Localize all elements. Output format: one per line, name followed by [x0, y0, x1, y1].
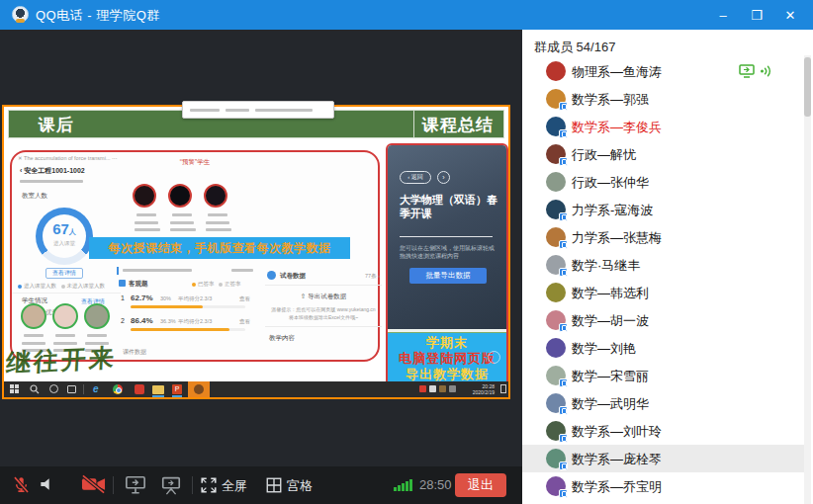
room-count-label: 教室人数: [22, 192, 47, 201]
gauge-value: 67: [52, 220, 69, 237]
member-row[interactable]: 力学系-寇海波: [522, 196, 805, 223]
member-row[interactable]: 数学系—乔宝明: [522, 472, 805, 500]
paper-count: 77条 ›: [365, 273, 380, 280]
objective-pct2: 30%: [160, 295, 171, 301]
mobile-badge-icon: [559, 240, 568, 249]
student-avatar: [52, 303, 78, 329]
member-name: 数学系—庞栓琴: [572, 451, 662, 468]
objective-legend: 已答率 正答率: [192, 281, 241, 288]
blurred-text: [255, 109, 313, 112]
grid-view-icon[interactable]: [265, 476, 283, 494]
speaker-icon[interactable]: [38, 474, 57, 494]
mobile-badge-icon: [559, 212, 568, 221]
avatar: [546, 476, 566, 496]
objective-rank: 2: [121, 317, 125, 324]
fullscreen-icon[interactable]: [200, 476, 218, 494]
avatar: [546, 89, 566, 109]
member-name: 行政—解忧: [572, 146, 636, 164]
member-status-icons: [739, 64, 771, 78]
member-row[interactable]: 数学系—李俊兵: [522, 113, 805, 140]
member-row[interactable]: 数学系—刘叶玲: [522, 417, 805, 445]
student-avatar: [21, 303, 46, 329]
fullscreen-label[interactable]: 全屏: [222, 477, 247, 495]
avatar: [546, 172, 566, 192]
paper-data-card: 试卷数据 77条 › ⇧ 导出试卷数据 温馨提示：您也可以在网页版 www.yu…: [265, 267, 382, 356]
call-timer: 28:50: [419, 477, 452, 492]
mobile-badge-icon: [559, 102, 568, 111]
signal-strength-icon: [394, 479, 412, 491]
gauge-legend: 进入课堂人数 未进入课堂人数: [18, 283, 105, 290]
course-panel-photo: ‹ 返回 › 大学物理（双语）春季开课 您可以在左侧区域，使用鼠标滚轮或拖拽快速…: [388, 145, 506, 329]
student-avatar: [133, 184, 156, 208]
blurred-text: [20, 180, 83, 183]
avatar: [546, 61, 566, 81]
blurred-text: [55, 334, 75, 337]
member-row[interactable]: 数学—胡一波: [522, 306, 805, 334]
scrollbar-thumb[interactable]: [804, 57, 811, 117]
member-row[interactable]: 数学系—郭强: [522, 85, 805, 113]
close-button[interactable]: ✕: [773, 0, 807, 30]
member-panel-header: 群成员 54/167: [534, 39, 615, 56]
divider: [192, 476, 193, 494]
maximize-button[interactable]: ❒: [740, 0, 773, 30]
presenter-board-icon[interactable]: [160, 474, 182, 496]
blurred-text: [170, 221, 194, 224]
blurred-text: [135, 228, 160, 231]
objective-card: 客观题 已答率 正答率 1 62.7% 30% 平均得分2.3/3 查看 2 8…: [117, 265, 259, 356]
mobile-badge-icon: [559, 462, 568, 470]
member-row[interactable]: 数学—宋雪丽: [522, 362, 805, 389]
member-row[interactable]: 数学—刘艳: [522, 334, 805, 362]
member-row[interactable]: 数学—韩选利: [522, 279, 805, 306]
class-name: ‹ 安全工程1001-1002: [20, 166, 85, 176]
share-screen-icon[interactable]: [125, 474, 146, 496]
calligraphy-text: 继往开来: [5, 341, 118, 379]
member-name: 行政—张仲华: [572, 174, 649, 192]
task-view-icon: [67, 385, 76, 393]
member-row[interactable]: 力学系—张慧梅: [522, 223, 805, 251]
exit-button[interactable]: 退出: [455, 473, 506, 497]
member-row[interactable]: 行政—解忧: [522, 140, 805, 168]
member-row[interactable]: 行政—张仲华: [522, 168, 805, 196]
objective-title: 客观题: [129, 280, 148, 289]
divider: [400, 236, 493, 237]
member-name: 数学—刘艳: [572, 340, 636, 358]
member-name: 数学·马继丰: [572, 257, 640, 275]
paper-tip-2: 将本班级数据导出Excel文件哦~: [265, 314, 382, 320]
microphone-muted-icon[interactable]: [11, 474, 32, 496]
divider: [12, 293, 121, 294]
shared-screen: 课后 课程总结 ✕ The accumulation of force tran…: [2, 105, 510, 399]
member-row[interactable]: 物理系—鱼海涛: [522, 57, 805, 85]
blurred-text: [231, 269, 253, 272]
camera-off-icon[interactable]: [81, 474, 106, 494]
student-avatar: [84, 303, 110, 329]
course-title: 大学物理（双语）春季开课: [400, 193, 500, 220]
divider: [83, 384, 84, 394]
avatar: [546, 200, 566, 219]
explorer-icon: [152, 385, 164, 394]
mobile-badge-icon: [559, 434, 568, 443]
paper-title: 试卷数据: [280, 272, 306, 281]
warning-students-label: “预警”学生: [160, 158, 229, 167]
mobile-badge-icon: [559, 129, 568, 138]
blurred-text: [172, 213, 192, 216]
chrome-icon: [113, 384, 123, 394]
tray-icon: [439, 385, 446, 392]
member-scrollbar[interactable]: [804, 55, 811, 504]
start-button-icon: [10, 384, 20, 394]
objective-pct2: 36.3%: [160, 318, 176, 324]
grid-view-label[interactable]: 宫格: [287, 477, 313, 495]
share-float-toolbar[interactable]: [182, 101, 334, 119]
member-panel: 群成员 54/167 物理系—鱼海涛 数学系—郭强 数学系—李俊兵: [522, 30, 813, 504]
banner2-line-3: 导出教学数据: [388, 367, 506, 382]
window-controls: – ❒ ✕: [706, 0, 807, 30]
gauge-unit: 人: [69, 228, 76, 235]
paper-footer: 教学内容: [269, 334, 295, 343]
member-row[interactable]: 数学·马继丰: [522, 251, 805, 279]
member-row[interactable]: 数学系—庞栓琴: [522, 445, 805, 472]
search-icon: [30, 384, 40, 394]
divider: [113, 476, 114, 494]
member-row[interactable]: 数学—武明华: [522, 389, 805, 417]
screen-share-icon: [739, 64, 755, 78]
avatar: [546, 338, 566, 358]
minimize-button[interactable]: –: [706, 0, 740, 30]
